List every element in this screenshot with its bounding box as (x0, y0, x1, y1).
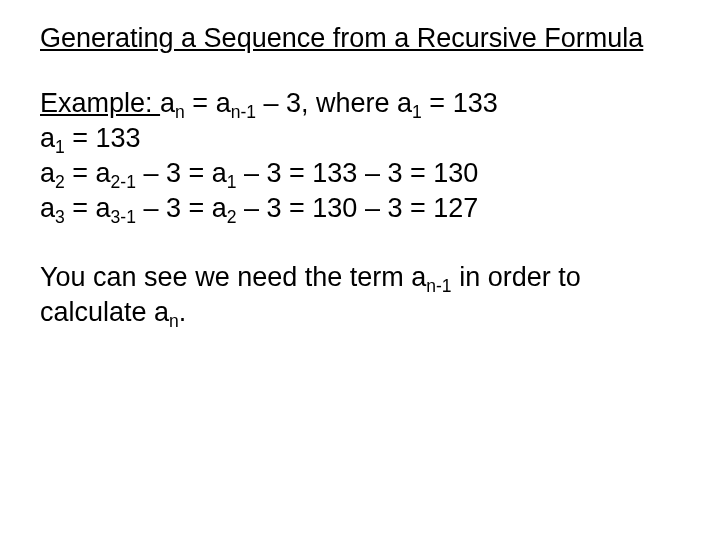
subscript: 3-1 (111, 207, 136, 227)
txt: = a (185, 88, 231, 118)
slide: Generating a Sequence from a Recursive F… (0, 0, 720, 540)
txt: a (160, 88, 175, 118)
txt: a (40, 123, 55, 153)
txt: – 3 = a (136, 158, 227, 188)
subscript: 3 (55, 207, 65, 227)
txt: a (40, 193, 55, 223)
conclusion-block: You can see we need the term an-1 in ord… (40, 260, 680, 330)
txt: You can see we need the term a (40, 262, 426, 292)
txt: – 3 = 130 – 3 = 127 (237, 193, 479, 223)
term-line-2: a2 = a2-1 – 3 = a1 – 3 = 133 – 3 = 130 (40, 156, 680, 191)
example-line: Example: an = an-1 – 3, where a1 = 133 (40, 86, 680, 121)
term-line-1: a1 = 133 (40, 121, 680, 156)
example-label: Example: (40, 88, 160, 118)
txt: = a (65, 193, 111, 223)
txt: – 3, where a (256, 88, 412, 118)
subscript: 1 (412, 102, 422, 122)
term-line-3: a3 = a3-1 – 3 = a2 – 3 = 130 – 3 = 127 (40, 191, 680, 226)
subscript: 2 (55, 172, 65, 192)
subscript: n (175, 102, 185, 122)
example-block: Example: an = an-1 – 3, where a1 = 133 a… (40, 86, 680, 226)
subscript: n-1 (426, 277, 451, 297)
subscript: 2 (227, 207, 237, 227)
subscript: 1 (55, 137, 65, 157)
txt: = 133 (65, 123, 141, 153)
txt: = a (65, 158, 111, 188)
subscript: n-1 (231, 102, 256, 122)
txt: – 3 = 133 – 3 = 130 (237, 158, 479, 188)
txt: – 3 = a (136, 193, 227, 223)
txt: = 133 (422, 88, 498, 118)
txt: . (179, 297, 187, 327)
subscript: 1 (227, 172, 237, 192)
subscript: 2-1 (111, 172, 136, 192)
subscript: n (169, 312, 179, 332)
txt: a (40, 158, 55, 188)
slide-body: Example: an = an-1 – 3, where a1 = 133 a… (40, 86, 680, 331)
slide-title: Generating a Sequence from a Recursive F… (40, 22, 680, 56)
